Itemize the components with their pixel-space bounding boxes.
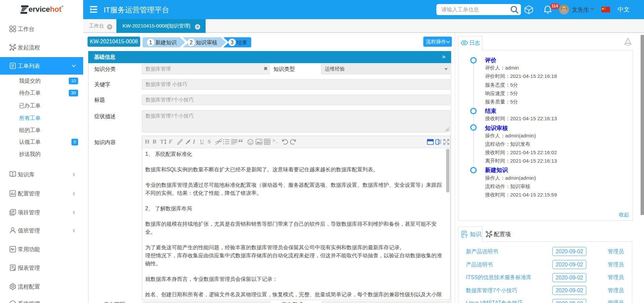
svg-text:1: 1 [149,40,152,45]
svg-text:知识审核: 知识审核 [196,40,217,45]
svg-text:TOP: TOP [626,44,630,46]
svg-text:2: 2 [190,40,193,45]
svg-text:新建知识: 新建知识 [155,40,177,45]
svg-text:结束: 结束 [236,40,247,45]
svg-text:3: 3 [231,40,234,45]
